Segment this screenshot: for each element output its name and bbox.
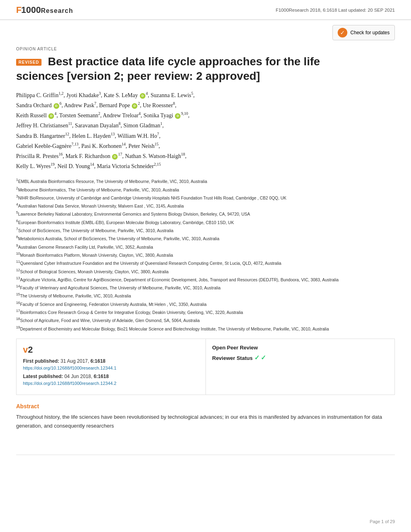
orcid-orchard: D	[54, 103, 59, 109]
affiliation-4: 4Australian National Data Service, Monas…	[16, 202, 395, 209]
affiliations-section: 1EMBL Australia Bioinformatics Resource,…	[16, 177, 395, 332]
logo-thousand-part: 1000	[21, 5, 41, 15]
orcid-lemay: D	[140, 93, 145, 99]
reviewer-status-label: Reviewer Status	[212, 355, 253, 361]
affiliation-10: 10Monash Bioinformatics Platform, Monash…	[16, 251, 395, 258]
affiliation-17: 17Bioinformatics Core Research Group & C…	[16, 308, 395, 316]
affiliation-9: 9Australian Genome Research Facility Ltd…	[16, 243, 395, 250]
revised-badge: REVISED	[16, 59, 42, 66]
orcid-pope: D	[132, 103, 137, 109]
affiliation-8: 8Metabolomics Australia, School of BioSc…	[16, 234, 395, 242]
f1000-logo: F 1000 Research	[16, 5, 73, 15]
abstract-title: Abstract	[16, 403, 395, 409]
orcid-tyagi: D	[175, 113, 181, 119]
open-peer-review-label: Open Peer Review	[212, 345, 388, 351]
check-updates-button[interactable]: ✓ Check for updates	[332, 25, 395, 40]
version-left: v2 First published: 31 Aug 2017, 6:1618 …	[17, 339, 206, 395]
check-updates-icon: ✓	[338, 28, 347, 37]
section-label: OPINION ARTICLE	[16, 47, 395, 51]
affiliation-16: 16Faculty of Science and Engineering, Fe…	[16, 300, 395, 308]
first-doi[interactable]: https://doi.org/10.12688/f1000research.1…	[23, 366, 199, 370]
orcid-richardson: D	[112, 154, 118, 160]
first-published: First published: 31 Aug 2017, 6:1618	[23, 358, 199, 364]
check-mark-2: ✓	[261, 354, 266, 361]
affiliation-12: 12School of Biological Sciences, Monash …	[16, 267, 395, 275]
affiliation-7: 7School of BioSciences, The University o…	[16, 226, 395, 234]
check-updates-label: Check for updates	[351, 30, 390, 35]
latest-published-date: 04 Jun 2018,	[64, 374, 92, 379]
check-mark-1: ✓	[254, 354, 259, 361]
version-section: v2 First published: 31 Aug 2017, 6:1618 …	[16, 339, 395, 395]
logo-f-part: F	[16, 5, 21, 15]
title-line1: Best practice data life cycle approaches…	[48, 55, 320, 68]
latest-published-label: Latest published:	[23, 374, 63, 379]
abstract-text: Throughout history, the life sciences ha…	[16, 413, 395, 430]
footer-divider	[16, 455, 395, 455]
main-content: OPINION ARTICLE REVISED Best practice da…	[0, 40, 411, 447]
title-line2: sciences [version 2; peer review: 2 appr…	[16, 70, 260, 82]
abstract-section: Abstract Throughout history, the life sc…	[16, 403, 395, 430]
affiliation-11: 11Queensland Cyber Infrastructure Founda…	[16, 259, 395, 266]
first-published-label: First published:	[23, 358, 59, 364]
first-published-ref: 6:1618	[90, 358, 105, 364]
check-updates-area: ✓ Check for updates	[0, 20, 411, 40]
first-published-date: 31 Aug 2017,	[60, 358, 89, 364]
article-title: REVISED Best practice data life cycle ap…	[16, 54, 395, 84]
affiliation-14: 14Faculty of Veterinary and Agricultural…	[16, 283, 395, 291]
affiliation-15: 15The University of Melbourne, Parkville…	[16, 291, 395, 299]
latest-doi[interactable]: https://doi.org/10.12688/f1000research.1…	[23, 381, 199, 386]
latest-published-ref: 6:1618	[93, 374, 108, 379]
affiliation-1: 1EMBL Australia Bioinformatics Resource,…	[16, 177, 395, 185]
affiliation-6: 6European Bioinformatics Institute (EMBL…	[16, 218, 395, 226]
affiliation-19: 19Department of Biochemistry and Molecul…	[16, 324, 395, 332]
version-right: Open Peer Review Reviewer Status ✓ ✓	[206, 339, 395, 395]
header-bar: F 1000 Research F1000Research 2018, 6:16…	[0, 0, 411, 20]
affiliation-5: 5Lawrence Berkeley National Laboratory, …	[16, 210, 395, 217]
affiliation-18: 18School of Agriculture, Food and Wine, …	[16, 316, 395, 324]
page-container: F 1000 Research F1000Research 2018, 6:16…	[0, 0, 411, 532]
affiliation-3: 3NIHR BioResource, University of Cambrid…	[16, 193, 395, 201]
version-label: v2	[23, 345, 33, 355]
latest-published: Latest published: 04 Jun 2018, 6:1618	[23, 374, 199, 379]
affiliation-2: 2Melbourne Bioinformatics, The Universit…	[16, 185, 395, 193]
orcid-russell: D	[48, 113, 54, 119]
page-footer: Page 1 of 29	[370, 519, 395, 524]
reviewer-status: Reviewer Status ✓ ✓	[212, 354, 388, 362]
authors-section: Philippa C. Griffin1,2, Jyoti Khadake3, …	[16, 90, 395, 172]
affiliation-13: 13Agriculture Victoria, AgriBio, Centre …	[16, 275, 395, 283]
header-citation: F1000Research 2018, 6:1618 Last updated:…	[276, 8, 395, 12]
logo-research-part: Research	[41, 7, 73, 15]
